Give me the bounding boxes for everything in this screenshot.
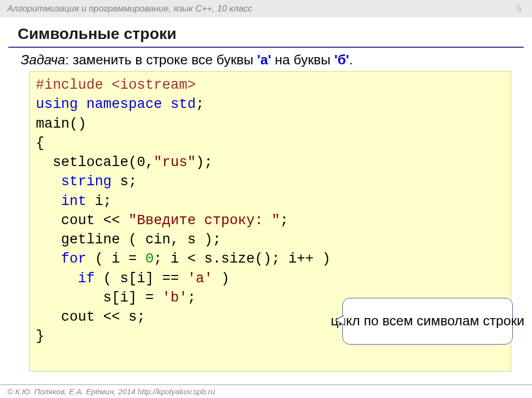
code-token: main() — [36, 116, 86, 132]
code-token: ( i = — [86, 251, 145, 267]
footer-bar: © К.Ю. Поляков, Е.А. Ерёмин, 2014 http:/… — [0, 385, 532, 398]
slide-title: Символьные строки — [0, 18, 532, 47]
callout-bubble: цикл по всем символам строки — [342, 298, 513, 345]
code-block: #include <iostream> using namespace std;… — [29, 71, 511, 372]
code-token: 0 — [145, 251, 154, 267]
code-token: 'b' — [162, 290, 188, 306]
callout-text: цикл по всем символам строки — [331, 313, 525, 329]
code-token: ; — [188, 290, 196, 306]
task-text-1: : заменить в строке все буквы — [65, 52, 257, 67]
task-text-2: на буквы — [271, 52, 335, 67]
code-token: i; — [86, 194, 112, 209]
task-label: Задача — [21, 52, 65, 67]
code-token: s[i] = — [36, 290, 162, 306]
code-token: if — [78, 271, 95, 286]
page-number: 5 — [517, 4, 525, 14]
code-token: using — [36, 97, 78, 112]
code-token: ; — [280, 213, 288, 228]
code-token — [36, 194, 61, 209]
code-token: } — [36, 328, 44, 344]
code-token: ; — [196, 97, 204, 112]
header-bar: Алгоритмизация и программирование, язык … — [0, 0, 532, 18]
code-token: ( s[i] == — [95, 271, 187, 286]
footer-text: © К.Ю. Поляков, Е.А. Ерёмин, 2014 http:/… — [7, 387, 215, 396]
task-text-3: . — [349, 52, 353, 67]
code-token: #include — [36, 77, 112, 93]
code-token: setlocale(0, — [36, 155, 154, 170]
code-token — [36, 174, 61, 189]
code-token: cout << — [36, 213, 128, 228]
code-token: ); — [196, 155, 212, 170]
code-token: int — [61, 194, 87, 209]
code-token: s; — [112, 174, 137, 189]
task-char-a: 'а' — [257, 52, 271, 67]
code-token: for — [61, 251, 87, 267]
code-token: string — [61, 174, 112, 189]
code-token: "Введите строку: " — [128, 213, 280, 228]
code-token: namespace — [78, 97, 170, 112]
code-token: cout << s; — [36, 309, 145, 325]
code-token: <iostream> — [112, 77, 196, 93]
course-label: Алгоритмизация и программирование, язык … — [7, 4, 252, 14]
code-token: { — [36, 135, 44, 151]
code-token: getline ( cin, s ); — [36, 232, 221, 248]
code-token: std — [170, 97, 196, 112]
task-description: Задача: заменить в строке все буквы 'а' … — [0, 48, 532, 71]
task-char-b: 'б' — [335, 52, 349, 67]
code-token — [36, 251, 61, 267]
code-token: 'а' — [188, 271, 213, 286]
code-token: ) — [212, 271, 238, 286]
code-token: ; i < s.size(); i++ ) — [154, 251, 330, 267]
code-token: "rus" — [154, 155, 196, 170]
code-token — [36, 271, 78, 286]
